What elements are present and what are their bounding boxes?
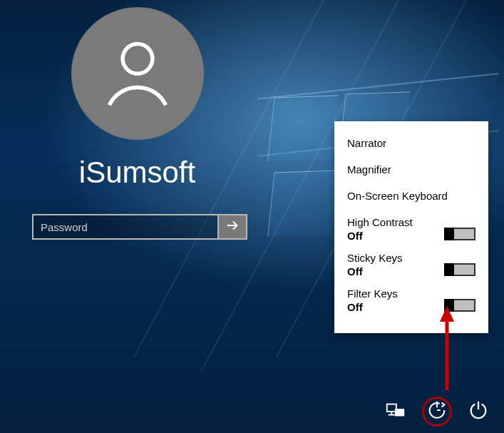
menu-item-label: Narrator xyxy=(347,137,386,149)
password-input[interactable] xyxy=(32,214,217,240)
power-button[interactable] xyxy=(466,399,491,424)
svg-rect-2 xyxy=(395,409,404,416)
lockscreen-taskbar xyxy=(383,399,491,424)
menu-item-magnifier[interactable]: Magnifier xyxy=(334,156,488,183)
menu-item-label: On-Screen Keyboard xyxy=(347,190,448,202)
network-icon xyxy=(385,399,406,424)
submit-button[interactable] xyxy=(217,214,247,240)
power-icon xyxy=(468,399,489,424)
toggle-switch-high-contrast[interactable] xyxy=(444,228,475,240)
user-icon xyxy=(98,33,177,114)
svg-point-0 xyxy=(123,44,153,73)
network-button[interactable] xyxy=(383,399,408,424)
toggle-label: High Contrast xyxy=(347,216,475,228)
toggle-high-contrast: High Contrast Off xyxy=(334,209,488,245)
menu-item-narrator[interactable]: Narrator xyxy=(334,130,488,156)
username-label: iSumsoft xyxy=(0,156,274,190)
toggle-switch-filter-keys[interactable] xyxy=(444,299,475,312)
toggle-label: Sticky Keys xyxy=(347,252,475,264)
bg-window-pane xyxy=(267,95,339,161)
menu-item-on-screen-keyboard[interactable]: On-Screen Keyboard xyxy=(334,183,488,209)
toggle-filter-keys: Filter Keys Off xyxy=(334,280,488,316)
arrow-right-icon xyxy=(225,218,240,236)
toggle-sticky-keys: Sticky Keys Off xyxy=(334,245,488,280)
bg-window-pane xyxy=(267,170,339,236)
ease-of-access-button[interactable] xyxy=(424,399,450,424)
ease-of-access-menu: Narrator Magnifier On-Screen Keyboard Hi… xyxy=(334,121,488,333)
menu-item-label: Magnifier xyxy=(347,163,391,175)
toggle-switch-sticky-keys[interactable] xyxy=(444,263,475,276)
svg-rect-1 xyxy=(387,404,396,412)
toggle-label: Filter Keys xyxy=(347,287,475,300)
user-avatar xyxy=(71,7,204,140)
annotation-circle xyxy=(422,397,452,427)
password-row xyxy=(32,214,247,240)
